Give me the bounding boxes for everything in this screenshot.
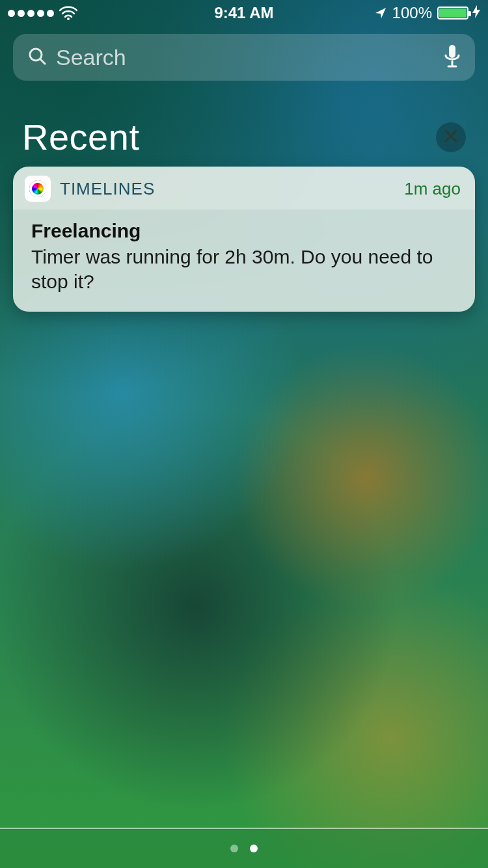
svg-line-2 [40,59,45,64]
battery-percentage: 100% [392,4,432,22]
page-dot-0[interactable] [230,845,238,852]
location-arrow-icon [374,7,387,20]
notification-text: Timer was running for 2h 30m. Do you nee… [31,245,457,295]
signal-strength-icon [8,10,54,17]
notification-body: Freelancing Timer was running for 2h 30m… [13,210,475,312]
search-placeholder: Search [56,45,444,70]
microphone-icon[interactable] [444,44,461,71]
app-icon [25,176,51,202]
status-right: 100% [374,4,480,22]
search-container: Search [13,34,475,81]
svg-rect-3 [449,45,455,58]
notification-card[interactable]: TIMELINES 1m ago Freelancing Timer was r… [13,167,475,312]
charging-bolt-icon [472,5,480,21]
status-bar: 9:41 AM 100% [0,0,488,26]
search-icon [27,46,47,68]
notification-time: 1m ago [404,179,461,199]
clear-notifications-button[interactable] [436,122,466,152]
notification-title: Freelancing [31,220,457,242]
battery-icon [437,7,468,20]
page-indicator[interactable] [0,829,488,868]
notification-header: TIMELINES 1m ago [13,167,475,210]
section-title: Recent [22,116,139,158]
timelines-color-wheel-icon [29,180,46,197]
app-name: TIMELINES [60,179,404,199]
search-bar[interactable]: Search [13,34,475,81]
wifi-icon [59,6,77,20]
page-dot-1[interactable] [250,845,258,852]
section-header: Recent [22,116,466,158]
status-left [8,6,77,20]
close-icon [444,129,458,146]
svg-point-0 [67,18,70,20]
